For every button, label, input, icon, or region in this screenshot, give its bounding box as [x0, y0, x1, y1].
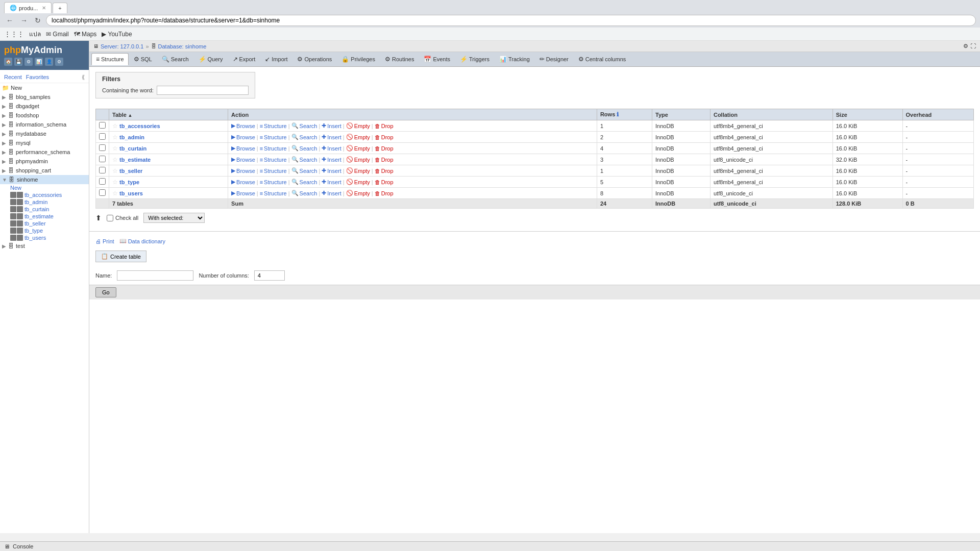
check-all-label[interactable]: Check all [115, 215, 138, 221]
tab-events[interactable]: 📅 Events [419, 53, 455, 65]
db-item-dbgadget[interactable]: ▶ 🗄 dbgadget [0, 102, 89, 111]
tab-tracking[interactable]: 📊 Tracking [495, 53, 534, 65]
tab-triggers[interactable]: ⚡ Triggers [455, 53, 494, 65]
search-estimate[interactable]: 🔍 Search [291, 156, 317, 163]
tab-import[interactable]: ↙ Import [260, 53, 292, 65]
search-users[interactable]: 🔍 Search [291, 190, 317, 196]
logo-icon-user[interactable]: 👤 [45, 58, 53, 66]
check-all-checkbox[interactable] [107, 215, 113, 221]
fullscreen-icon[interactable]: ⛶ [970, 43, 976, 49]
table-link-users[interactable]: tb_users [119, 190, 143, 196]
insert-accessories[interactable]: ✚ Insert [322, 122, 341, 129]
settings-icon[interactable]: ⚙ [963, 43, 968, 49]
drop-seller[interactable]: 🗑 Drop [375, 168, 394, 174]
logo-icon-settings[interactable]: ⚙ [55, 58, 63, 66]
address-input[interactable]: localhost/phpmyadmin/index.php?route=/da… [46, 15, 976, 26]
db-item-new[interactable]: 📁 New [0, 83, 89, 92]
table-link-accessories[interactable]: tb_accessories [119, 123, 160, 129]
tab-query[interactable]: ⚡ Query [194, 53, 228, 65]
empty-users[interactable]: 🚫 Empty [346, 190, 370, 196]
sidebar-toggle[interactable]: ⟪ [82, 74, 85, 81]
table-item-seller[interactable]: tb_seller [8, 220, 89, 227]
logo-icon-sql[interactable]: ⚙ [24, 58, 33, 66]
apps-icon[interactable]: ⋮⋮⋮ [4, 30, 24, 38]
db-item-shoppingcart[interactable]: ▶ 🗄 shopping_cart [0, 166, 89, 175]
back-button[interactable]: ← [4, 15, 15, 26]
structure-admin[interactable]: ≡ Structure [260, 134, 287, 140]
table-item-admin[interactable]: tb_admin [8, 198, 89, 206]
tab-export[interactable]: ↗ Export [228, 53, 260, 65]
browse-type[interactable]: ▶ Browse [231, 179, 255, 185]
logo-icon-db[interactable]: 💾 [14, 58, 22, 66]
print-link[interactable]: 🖨 Print [95, 238, 114, 244]
logo-icon-home[interactable]: 🏠 [4, 58, 12, 66]
db-item-foodshop[interactable]: ▶ 🗄 foodshop [0, 111, 89, 120]
search-admin[interactable]: 🔍 Search [291, 134, 317, 140]
tab-designer[interactable]: ✏ Designer [535, 53, 573, 65]
search-accessories[interactable]: 🔍 Search [291, 122, 317, 129]
table-link-type[interactable]: tb_type [119, 179, 139, 185]
table-link-admin[interactable]: tb_admin [119, 134, 144, 140]
insert-estimate[interactable]: ✚ Insert [322, 156, 341, 163]
structure-estimate[interactable]: ≡ Structure [260, 157, 287, 163]
recent-link[interactable]: Recent [4, 74, 22, 81]
star-accessories[interactable]: ☆ [112, 122, 118, 130]
table-item-new[interactable]: New [8, 184, 89, 191]
db-item-mysql[interactable]: ▶ 🗄 mysql [0, 138, 89, 147]
db-item-perfschema[interactable]: ▶ 🗄 performance_schema [0, 147, 89, 157]
row-checkbox-curtain[interactable] [99, 144, 106, 151]
tab-close-btn[interactable]: ✕ [42, 5, 46, 11]
structure-seller[interactable]: ≡ Structure [260, 168, 287, 174]
empty-seller[interactable]: 🚫 Empty [346, 167, 370, 174]
tab-new[interactable]: + [53, 3, 67, 13]
bookmark-gmail[interactable]: ✉ Gmail [46, 31, 69, 38]
drop-users[interactable]: 🗑 Drop [375, 190, 394, 196]
insert-curtain[interactable]: ✚ Insert [322, 145, 341, 152]
row-checkbox-type[interactable] [99, 178, 106, 185]
forward-button[interactable]: → [18, 15, 30, 26]
sort-icon[interactable]: ⬆ [95, 214, 102, 222]
browse-curtain[interactable]: ▶ Browse [231, 145, 255, 152]
table-link-curtain[interactable]: tb_curtain [119, 145, 146, 152]
star-estimate[interactable]: ☆ [112, 156, 118, 163]
tab-structure[interactable]: ≡ Structure [91, 53, 129, 65]
active-tab[interactable]: 🌐 produ... ✕ [4, 2, 52, 13]
browse-users[interactable]: ▶ Browse [231, 190, 255, 196]
empty-accessories[interactable]: 🚫 Empty [346, 122, 370, 129]
empty-admin[interactable]: 🚫 Empty [346, 134, 370, 140]
table-item-users[interactable]: tb_users [8, 234, 89, 241]
search-seller[interactable]: 🔍 Search [291, 167, 317, 174]
db-item-test[interactable]: ▶ 🗄 test [0, 241, 89, 251]
star-users[interactable]: ☆ [112, 190, 118, 197]
tab-operations[interactable]: ⚙ Operations [292, 53, 336, 65]
insert-users[interactable]: ✚ Insert [322, 190, 341, 196]
search-curtain[interactable]: 🔍 Search [291, 145, 317, 152]
row-checkbox-admin[interactable] [99, 133, 106, 140]
empty-estimate[interactable]: 🚫 Empty [346, 156, 370, 163]
table-item-accessories[interactable]: tb_accessories [8, 191, 89, 198]
with-selected-select[interactable]: With selected: Drop Empty Check for erro… [143, 213, 205, 223]
row-checkbox-accessories[interactable] [99, 122, 106, 129]
create-table-button[interactable]: 📋 Create table [95, 251, 146, 262]
bookmark-youtube[interactable]: ▶ YouTube [102, 31, 132, 38]
drop-estimate[interactable]: 🗑 Drop [375, 157, 394, 163]
browse-admin[interactable]: ▶ Browse [231, 134, 255, 140]
bookmark-maps[interactable]: 🗺 Maps [74, 31, 97, 38]
db-item-infschema[interactable]: ▶ 🗄 information_schema [0, 120, 89, 129]
structure-accessories[interactable]: ≡ Structure [260, 123, 287, 129]
row-checkbox-estimate[interactable] [99, 156, 106, 162]
drop-admin[interactable]: 🗑 Drop [375, 134, 394, 140]
go-button[interactable]: Go [95, 287, 116, 297]
drop-accessories[interactable]: 🗑 Drop [375, 123, 394, 129]
filter-input[interactable] [157, 86, 249, 95]
bookmark-translate[interactable]: แปล [29, 29, 41, 39]
table-item-estimate[interactable]: tb_estimate [8, 213, 89, 220]
data-dict-link[interactable]: 📖 Data dictionary [119, 238, 165, 244]
table-name-input[interactable] [117, 270, 193, 281]
breadcrumb-database[interactable]: Database: sinhome [158, 43, 207, 49]
structure-curtain[interactable]: ≡ Structure [260, 145, 287, 152]
rows-info-icon[interactable]: ℹ [617, 111, 619, 117]
table-link-seller[interactable]: tb_seller [119, 168, 142, 174]
tab-central-columns[interactable]: ⚙ Central columns [574, 53, 630, 65]
db-item-mydb[interactable]: ▶ 🗄 mydatabase [0, 129, 89, 138]
